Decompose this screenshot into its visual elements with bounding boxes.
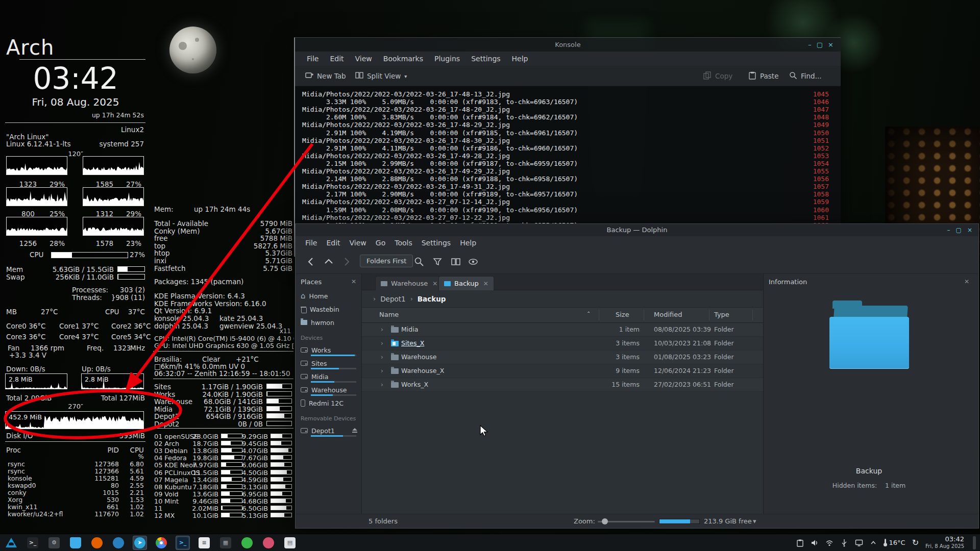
folders-first-button[interactable]: Folders First (360, 255, 413, 267)
column-name[interactable]: Name (379, 311, 399, 318)
menu-item-help[interactable]: Help (455, 238, 481, 248)
find-button[interactable]: Find... (789, 70, 822, 82)
menu-item-tools[interactable]: Tools (390, 238, 417, 248)
file-row-works_x[interactable]: ›Works_X15 items27/02/2023 06:51Folder (362, 378, 763, 392)
caret-up-icon[interactable] (870, 539, 877, 546)
maximize-icon[interactable]: ▢ (817, 38, 823, 52)
kdenlive[interactable] (111, 536, 126, 550)
tab-close-icon[interactable]: ✕ (483, 280, 488, 287)
refresh-icon[interactable]: ↻ (912, 538, 919, 547)
distro-root-size: 13.6GiB (189, 490, 218, 498)
menu-item-file[interactable]: File (302, 54, 323, 64)
sidebar-item-works[interactable]: Works (296, 343, 361, 357)
menu-item-file[interactable]: File (301, 238, 322, 248)
mem-row-value: 5788 MiB (214, 234, 292, 242)
tab-warehouse[interactable]: Warehouse✕ (375, 276, 443, 290)
volume-icon[interactable] (811, 539, 819, 547)
chrome[interactable] (154, 536, 168, 550)
file-row-warehouse_x[interactable]: ›Warehouse_X9 items12/06/2024 21:23Folde… (362, 364, 763, 378)
sidebar-item-midia[interactable]: Midia (296, 370, 361, 383)
minimize-icon[interactable]: – (808, 38, 812, 52)
tab-backup[interactable]: Backup✕ (438, 276, 494, 290)
new-tab-button[interactable]: New Tab (305, 70, 346, 82)
konsole-titlebar[interactable]: Konsole – ▢ × (295, 38, 841, 52)
eject-icon[interactable] (352, 428, 357, 433)
breadcrumb-backup[interactable]: Backup (418, 295, 446, 303)
breadcrumb-depot1[interactable]: Depot1 (380, 295, 405, 303)
text-editor[interactable]: ≡ (197, 536, 211, 550)
expand-chevron-icon[interactable]: › (381, 326, 383, 333)
close-icon[interactable]: × (828, 38, 834, 52)
clipboard-icon[interactable] (796, 539, 804, 547)
notes-app[interactable]: ▤ (283, 536, 297, 550)
firefox[interactable] (90, 536, 104, 550)
menu-item-settings[interactable]: Settings (467, 54, 505, 64)
media-app[interactable] (261, 536, 276, 550)
mount-name: Warehouse (154, 397, 192, 406)
menu-item-help[interactable]: Help (507, 54, 533, 64)
network-icon[interactable] (825, 539, 834, 547)
sidebar-item-warehouse[interactable]: Warehouse (296, 383, 361, 396)
usb-icon[interactable] (840, 539, 848, 547)
system-settings[interactable]: ⚙ (47, 536, 61, 550)
menu-item-view[interactable]: View (351, 54, 377, 64)
menu-item-edit[interactable]: Edit (322, 238, 345, 248)
expand-chevron-icon[interactable]: › (381, 381, 383, 388)
menu-item-bookmarks[interactable]: Bookmarks (379, 54, 428, 64)
maximize-icon[interactable]: ▢ (956, 224, 962, 236)
menu-item-go[interactable]: Go (371, 238, 390, 248)
file-view-empty-area[interactable] (362, 392, 763, 514)
clock-widget[interactable]: 03:42 Fri, 8 Aug 2025 (925, 536, 964, 549)
sidebar-item-home[interactable]: Home (296, 289, 361, 303)
file-row-sites_x[interactable]: ›Sites_X3 items10/03/2023 21:08Folder (362, 337, 763, 350)
sidebar-item-hwmon[interactable]: hwmon (296, 316, 361, 329)
menu-item-settings[interactable]: Settings (417, 238, 455, 248)
zoom-slider-handle[interactable] (602, 518, 608, 524)
close-icon[interactable]: × (967, 224, 972, 236)
sidebar-item-depot1[interactable]: Depot1 (296, 424, 361, 437)
minimize-icon[interactable]: – (947, 224, 950, 236)
column-modified[interactable]: Modified (654, 311, 682, 318)
column-type[interactable]: Type (714, 311, 729, 318)
dolphin-titlebar[interactable]: Backup — Dolphin – ▢ × (296, 224, 978, 236)
expand-chevron-icon[interactable]: › (381, 367, 383, 374)
back-icon[interactable] (306, 257, 316, 267)
column-size[interactable]: Size (616, 311, 629, 318)
arch-menu[interactable] (4, 536, 18, 550)
filter-icon[interactable] (432, 257, 443, 267)
menu-item-view[interactable]: View (345, 238, 371, 248)
copy-button[interactable]: Copy (703, 70, 732, 82)
telegram[interactable]: ➤ (133, 536, 147, 550)
menu-item-edit[interactable]: Edit (325, 54, 348, 64)
close-panel-icon[interactable]: ✕ (964, 278, 969, 285)
temperature-widget[interactable]: 16°C (884, 539, 905, 546)
distro-home-size: 9.45GiB (238, 440, 268, 447)
calculator[interactable]: ▦ (218, 536, 233, 550)
green-app[interactable] (240, 536, 254, 550)
show-desktop-button[interactable] (973, 536, 976, 549)
file-row-midia[interactable]: ›Midia1 item08/08/2025 03:39Folder (362, 323, 763, 337)
split-icon[interactable] (451, 257, 461, 267)
split-view-button[interactable]: Split View ▾ (355, 70, 407, 82)
menu-item-plugins[interactable]: Plugins (430, 54, 464, 64)
chevron-down-icon[interactable]: ▾ (753, 517, 756, 525)
expand-chevron-icon[interactable]: › (381, 340, 383, 347)
expand-chevron-icon[interactable]: › (381, 354, 383, 361)
folder-icon (381, 281, 387, 286)
display-icon[interactable] (855, 539, 863, 547)
file-row-warehouse[interactable]: ›Warehouse3 items01/08/2025 03:23Folder (362, 350, 763, 364)
dolphin-launcher[interactable] (68, 536, 83, 550)
konsole-launcher[interactable]: >_ (26, 536, 40, 550)
search-icon[interactable] (414, 257, 424, 267)
distro-home-size: 7.67GiB (238, 454, 268, 462)
sidebar-item-wastebin[interactable]: Wastebin (296, 303, 361, 316)
up-icon[interactable] (324, 257, 334, 267)
tab-close-icon[interactable]: ✕ (432, 280, 437, 287)
preview-eye-icon[interactable] (468, 257, 478, 267)
close-panel-icon[interactable]: ✕ (351, 278, 356, 285)
sidebar-item-sites[interactable]: Sites (296, 357, 361, 370)
sidebar-item-redmi-12c[interactable]: Redmi 12C (296, 396, 361, 410)
paste-button[interactable]: Paste (748, 70, 778, 82)
forward-icon[interactable] (341, 257, 352, 267)
konsole-session[interactable]: >_ (176, 536, 190, 550)
